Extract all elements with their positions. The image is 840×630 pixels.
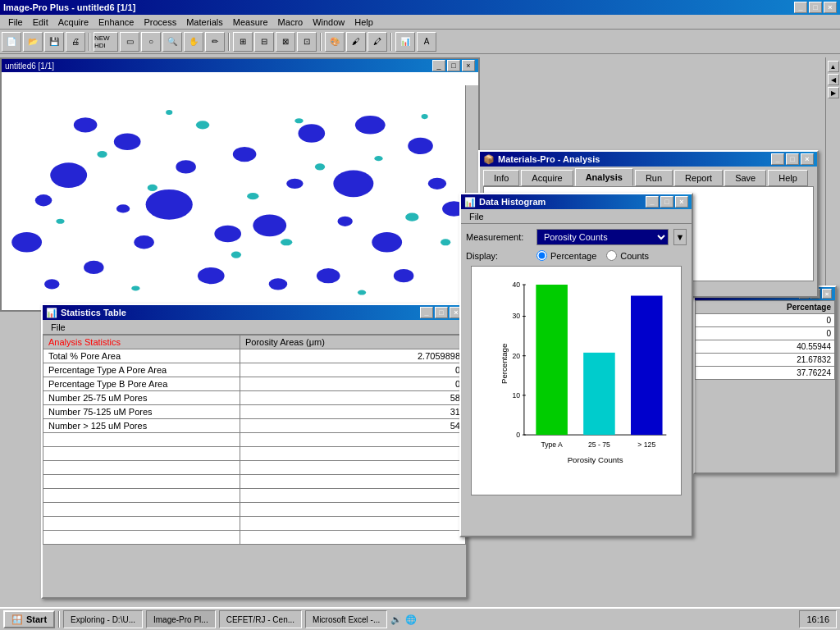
histogram-minimize[interactable]: _ xyxy=(646,196,659,208)
svg-point-22 xyxy=(176,160,196,173)
toolbar-print[interactable]: 🖨 xyxy=(66,32,85,52)
toolbar-measure2[interactable]: ⊟ xyxy=(254,32,274,52)
menu-file[interactable]: File xyxy=(3,16,28,29)
taskbar-btn-exploring[interactable]: Exploring - D:\U... xyxy=(63,610,143,628)
menu-enhance[interactable]: Enhance xyxy=(94,16,139,29)
main-title: Image-Pro Plus - untitled6 [1/1] xyxy=(3,2,135,12)
svg-text:30: 30 xyxy=(512,312,520,320)
stats-data-table: Analysis Statistics Porosity Areas (μm) … xyxy=(43,335,466,545)
svg-point-23 xyxy=(214,226,241,242)
toolbar-measure3[interactable]: ⊠ xyxy=(276,32,295,52)
table-row-empty xyxy=(43,503,466,517)
table-row-empty xyxy=(43,517,466,531)
toolbar-hand[interactable]: ✋ xyxy=(184,32,203,52)
radio-counts[interactable]: Counts xyxy=(606,250,649,261)
table-row: 40.55944 xyxy=(696,340,835,354)
menu-window[interactable]: Window xyxy=(308,16,349,29)
toolbar-open[interactable]: 📂 xyxy=(23,32,43,52)
main-title-buttons: _ □ × xyxy=(794,2,837,13)
table-row: Total % Pore Area2.7059898 xyxy=(43,349,466,363)
menu-acquire[interactable]: Acquire xyxy=(53,16,94,29)
radio-counts-label: Counts xyxy=(620,251,649,261)
tab-info[interactable]: Info xyxy=(483,170,519,186)
menu-measure[interactable]: Measure xyxy=(228,16,273,29)
tab-run[interactable]: Run xyxy=(635,170,673,186)
phase-row-value: 0 xyxy=(696,314,835,327)
stats-row-label: Number 75-125 uM Pores xyxy=(43,405,240,419)
radio-percentage-input[interactable] xyxy=(536,250,547,261)
svg-point-28 xyxy=(428,178,446,189)
toolbar-measure4[interactable]: ⊡ xyxy=(297,32,317,52)
toolbar-color3[interactable]: 🖍 xyxy=(368,32,387,52)
svg-point-9 xyxy=(372,232,402,253)
materials-maximize[interactable]: □ xyxy=(786,153,799,165)
sep2 xyxy=(228,33,230,51)
toolbar-circle[interactable]: ○ xyxy=(141,32,161,52)
taskbar-btn-cefet[interactable]: CEFET/RJ - Cen... xyxy=(219,610,302,628)
image-minimize[interactable]: _ xyxy=(432,60,445,71)
svg-point-8 xyxy=(333,170,373,197)
toolbar-color2[interactable]: 🖌 xyxy=(346,32,366,52)
histogram-maximize[interactable]: □ xyxy=(660,196,673,208)
menu-edit[interactable]: Edit xyxy=(28,16,53,29)
svg-point-33 xyxy=(405,213,418,221)
y-axis-label: Percentage xyxy=(500,344,509,384)
histogram-close[interactable]: × xyxy=(675,196,688,208)
histogram-file-menu[interactable]: File xyxy=(464,210,489,223)
toolbar-save[interactable]: 💾 xyxy=(44,32,64,52)
toolbar-new[interactable]: 📄 xyxy=(2,32,21,52)
tab-save[interactable]: Save xyxy=(724,170,766,186)
toolbar-zoom[interactable]: 🔍 xyxy=(162,32,182,52)
measurement-select[interactable]: Porosity Counts xyxy=(536,229,669,245)
maximize-button[interactable]: □ xyxy=(809,2,822,13)
clock-time: 16:16 xyxy=(806,614,829,624)
menu-materials[interactable]: Materials xyxy=(181,16,228,29)
tab-help[interactable]: Help xyxy=(768,170,808,186)
toolbar-color1[interactable]: 🎨 xyxy=(325,32,345,52)
menu-macro[interactable]: Macro xyxy=(273,16,308,29)
svg-point-35 xyxy=(148,185,158,191)
speaker-icon: 🔊 xyxy=(390,614,402,625)
side-btn-1[interactable]: ▲ xyxy=(828,61,839,72)
measurement-dropdown-btn[interactable]: ▼ xyxy=(673,229,687,245)
start-button[interactable]: 🪟 Start xyxy=(3,610,55,628)
measurement-row: Measurement: Porosity Counts ▼ xyxy=(466,229,687,245)
taskbar-system-icons: 🔊 🌐 xyxy=(390,614,417,625)
imagepro-label: Image-Pro Pl... xyxy=(153,615,208,624)
table-row-empty xyxy=(43,447,466,461)
image-canvas xyxy=(2,72,478,310)
radio-percentage[interactable]: Percentage xyxy=(536,250,596,261)
side-btn-2[interactable]: ◀ xyxy=(828,74,839,85)
image-title-bar: untitled6 [1/1] _ □ × xyxy=(2,59,478,72)
toolbar-pencil[interactable]: ✏ xyxy=(205,32,225,52)
image-maximize[interactable]: □ xyxy=(447,60,460,71)
image-close[interactable]: × xyxy=(462,60,475,71)
taskbar-btn-imagepro[interactable]: Image-Pro Pl... xyxy=(146,610,216,628)
tab-acquire[interactable]: Acquire xyxy=(521,170,573,186)
start-label: Start xyxy=(26,614,47,624)
tab-analysis[interactable]: Analysis xyxy=(575,168,633,186)
taskbar: 🪟 Start Exploring - D:\U... Image-Pro Pl… xyxy=(0,607,840,630)
toolbar-newhdi[interactable]: NEW HDI xyxy=(94,32,118,52)
toolbar-rect[interactable]: ▭ xyxy=(120,32,139,52)
tab-report[interactable]: Report xyxy=(674,170,723,186)
side-btn-3[interactable]: ▶ xyxy=(828,87,839,98)
radio-counts-input[interactable] xyxy=(606,250,617,261)
toolbar-chart[interactable]: 📊 xyxy=(395,32,415,52)
close-button[interactable]: × xyxy=(824,2,837,13)
stats-title-buttons: _ □ × xyxy=(420,307,463,318)
stats-maximize[interactable]: □ xyxy=(435,307,448,318)
materials-minimize[interactable]: _ xyxy=(771,153,784,165)
minimize-button[interactable]: _ xyxy=(794,2,807,13)
stats-table-window: 📊 Statistics Table _ □ × File Analysis S… xyxy=(41,304,468,599)
stats-minimize[interactable]: _ xyxy=(420,307,433,318)
materials-close[interactable]: × xyxy=(801,153,814,165)
stats-menu-file[interactable]: File xyxy=(46,321,71,334)
phase-data-table: Percentage 0040.5594421.6783237.76224 xyxy=(695,300,835,380)
taskbar-btn-excel[interactable]: Microsoft Excel -... xyxy=(305,610,387,628)
toolbar-text[interactable]: A xyxy=(417,32,436,52)
phase-close[interactable]: × xyxy=(822,289,832,299)
menu-help[interactable]: Help xyxy=(349,16,378,29)
menu-process[interactable]: Process xyxy=(139,16,181,29)
toolbar-measure1[interactable]: ⊞ xyxy=(233,32,253,52)
